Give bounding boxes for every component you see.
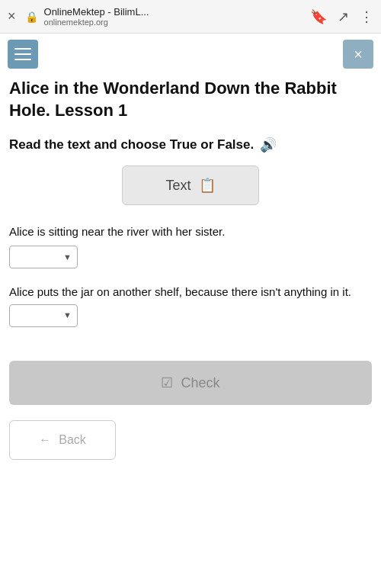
hamburger-line [14,53,31,55]
back-button[interactable]: ← Back [9,420,116,460]
tab-title: OnlineMektep - BilimL... [44,6,304,18]
bookmark-icon[interactable]: 🔖 [310,8,327,25]
check-icon: ☑ [161,374,173,391]
instruction-row: Read the text and choose True or False. … [0,130,381,162]
text-button[interactable]: Text 📋 [122,165,259,205]
back-arrow-icon: ← [39,433,51,447]
back-button-wrapper: ← Back [0,411,381,469]
question-2-text: Alice puts the jar on another shelf, bec… [9,284,372,327]
question-2-dropdown[interactable]: True False [9,304,78,327]
question-1-dropdown[interactable]: True False [9,246,78,268]
question-2-dropdown-container: True False [9,304,78,327]
browser-action-icons: 🔖 ↗ ⋮ [310,8,373,25]
browser-close-icon[interactable]: × [8,8,16,24]
hamburger-button[interactable] [8,40,38,69]
text-button-label: Text [165,178,190,194]
content-wrapper: × Alice in the Wonderland Down the Rabbi… [0,34,381,469]
back-button-label: Back [59,433,86,447]
toolbar-row: × [0,34,381,75]
check-button[interactable]: ☑ Check [9,361,372,405]
tab-info: OnlineMektep - BilimL... onlinemektep.or… [44,6,304,27]
questions-section: Alice is sitting near the river with her… [0,217,381,349]
question-1-dropdown-container: True False [9,246,78,268]
question-1: Alice is sitting near the river with her… [9,223,372,268]
speaker-icon[interactable]: 🔊 [260,137,277,153]
check-button-wrapper: ☑ Check [0,349,381,411]
close-button[interactable]: × [343,40,373,69]
text-button-wrapper: Text 📋 [0,162,381,217]
lock-icon: 🔒 [25,11,38,23]
check-button-label: Check [181,375,219,391]
share-icon[interactable]: ↗ [338,8,349,25]
browser-bar: × 🔒 OnlineMektep - BilimL... onlinemekte… [0,0,381,34]
close-icon: × [354,46,363,63]
instruction-text: Read the text and choose True or False. [9,137,254,153]
book-icon: 📋 [199,177,216,194]
question-2: Alice puts the jar on another shelf, bec… [9,284,372,327]
page-title: Alice in the Wonderland Down the Rabbit … [0,75,381,130]
hamburger-line [14,59,31,60]
tab-url: onlinemektep.org [44,18,304,27]
question-2-text-part: Alice puts the jar on another shelf, bec… [9,284,351,300]
question-1-text: Alice is sitting near the river with her… [9,223,372,239]
more-options-icon[interactable]: ⋮ [360,8,373,25]
hamburger-line [14,48,31,50]
